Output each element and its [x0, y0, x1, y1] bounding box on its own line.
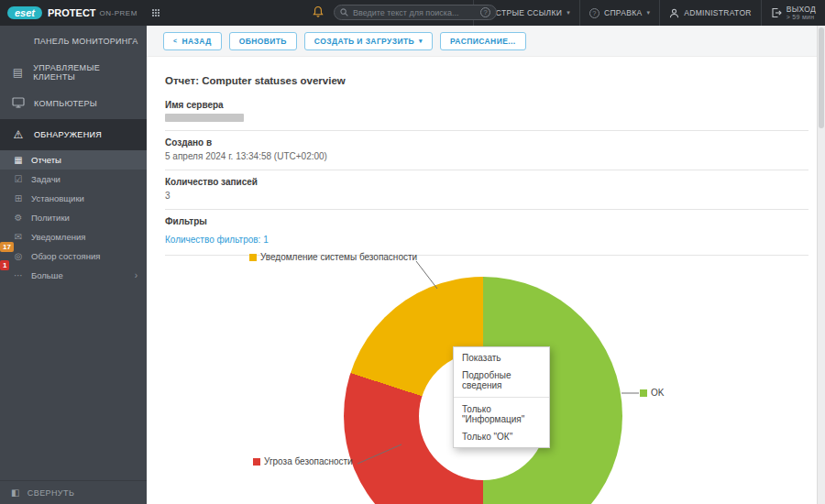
notifications-bell-button[interactable] — [312, 5, 324, 23]
chevron-right-icon: › — [135, 270, 138, 280]
context-menu-item-show[interactable]: Показать — [454, 349, 549, 367]
back-button[interactable]: < НАЗАД — [163, 32, 222, 50]
legend-swatch-yellow — [249, 254, 257, 261]
sidebar-item-computers[interactable]: КОМПЬЮТЕРЫ — [0, 88, 147, 119]
sidebar-item-managed-clients[interactable]: ▤ УПРАВЛЯЕМЫЕ КЛИЕНТЫ — [0, 57, 147, 88]
generate-download-button[interactable]: СОЗДАТЬ И ЗАГРУЗИТЬ ▾ — [304, 32, 433, 50]
sidebar-item-label: Политики — [31, 213, 70, 223]
sidebar-item-tasks[interactable]: ☑ Задачи — [0, 170, 147, 189]
computer-icon — [11, 97, 26, 110]
search-help-icon[interactable]: ? — [480, 7, 490, 17]
managed-clients-icon: ▤ — [11, 67, 25, 78]
generate-download-label: СОЗДАТЬ И ЗАГРУЗИТЬ — [314, 37, 414, 46]
main-content: < НАЗАД ОБНОВИТЬ СОЗДАТЬ И ЗАГРУЗИТЬ ▾ Р… — [147, 26, 825, 504]
sidebar-item-dashboard[interactable]: ПАНЕЛЬ МОНИТОРИНГА — [0, 26, 147, 57]
collapse-icon: ◧ — [11, 488, 20, 498]
sidebar-item-label: Больше — [31, 270, 63, 280]
schedule-button[interactable]: РАСПИСАНИЕ... — [440, 32, 525, 50]
policies-gear-icon: ⚙ — [13, 214, 24, 223]
collapse-sidebar-button[interactable]: ◧ СВЕРНУТЬ — [0, 480, 147, 504]
product-name: PROTECT — [48, 7, 96, 18]
eset-protect-console: eset PROTECT ON-PREM ? БЫСТРЫЕ ССЫЛКИ ▾ — [0, 0, 825, 504]
session-timeout: > 59 мин — [786, 14, 816, 21]
chevron-down-icon: ▾ — [646, 9, 650, 16]
toolbar: < НАЗАД ОБНОВИТЬ СОЗДАТЬ И ЗАГРУЗИТЬ ▾ Р… — [147, 26, 825, 57]
sidebar-item-label: Установщики — [31, 193, 84, 203]
legend-swatch-red — [253, 458, 260, 466]
field-label: Количество записей — [165, 177, 808, 187]
user-name: ADMINISTRATOR — [684, 8, 751, 17]
sidebar: ПАНЕЛЬ МОНИТОРИНГА ▤ УПРАВЛЯЕМЫЕ КЛИЕНТЫ… — [0, 26, 147, 504]
chart-label-security-notification: Уведомление системы безопасности — [249, 252, 417, 262]
chevron-down-icon: ▾ — [419, 38, 423, 45]
status-overview-icon: ◎ — [13, 252, 24, 261]
bell-icon — [312, 5, 324, 19]
server-name-redacted — [165, 114, 244, 122]
status-badge-warning[interactable]: 17 — [0, 242, 14, 252]
context-menu-item-only-ok[interactable]: Только "ОК" — [454, 428, 549, 445]
legend-swatch-green — [640, 389, 647, 397]
logout-text: ВЫХОД > 59 мин — [786, 5, 816, 22]
sidebar-item-label: Отчеты — [31, 155, 61, 165]
collapse-label: СВЕРНУТЬ — [28, 488, 74, 498]
page-title: Отчет: Computer statuses overview — [165, 75, 807, 86]
chart-label-text: OK — [651, 388, 664, 398]
notifications-icon: ✉ — [13, 233, 24, 242]
field-value: 5 апреля 2024 г. 13:34:58 (UTC+02:00) — [165, 151, 808, 161]
sidebar-item-label: ОБНАРУЖЕНИЯ — [34, 130, 102, 139]
chart-label-ok: OK — [640, 388, 664, 398]
field-row-created-at: Создано в 5 апреля 2024 г. 13:34:58 (UTC… — [165, 131, 808, 170]
sidebar-item-label: УПРАВЛЯЕМЫЕ КЛИЕНТЫ — [33, 63, 139, 82]
sidebar-item-policies[interactable]: ⚙ Политики — [0, 208, 147, 227]
help-label: СПРАВКА — [604, 8, 642, 17]
schedule-label: РАСПИСАНИЕ... — [450, 37, 515, 46]
context-menu-item-only-information[interactable]: Только "Информация" — [454, 400, 549, 428]
context-menu-item-details[interactable]: Подробные сведения — [454, 367, 549, 394]
top-header: eset PROTECT ON-PREM ? БЫСТРЫЕ ССЫЛКИ ▾ — [0, 0, 825, 26]
chart-label-text: Угроза безопасности — [264, 456, 353, 466]
sidebar-item-more[interactable]: ⋯ Больше › — [0, 266, 147, 285]
search-input[interactable] — [353, 8, 476, 17]
field-row-server-name: Имя сервера — [165, 93, 808, 131]
reports-icon: ▦ — [13, 156, 24, 165]
eset-logo: eset — [7, 6, 42, 19]
sidebar-item-label: Уведомления — [31, 232, 85, 242]
field-label: Создано в — [165, 137, 808, 148]
sidebar-item-status-overview[interactable]: ◎ Обзор состояния — [0, 247, 147, 266]
logout-label: ВЫХОД — [786, 5, 816, 14]
chart-label-text: Уведомление системы безопасности — [260, 252, 417, 262]
sidebar-item-detections[interactable]: ⚠ ОБНАРУЖЕНИЯ — [0, 119, 147, 150]
sidebar-item-notifications[interactable]: ✉ Уведомления — [0, 227, 147, 247]
app-grid-icon[interactable] — [152, 9, 154, 11]
sidebar-item-label: ПАНЕЛЬ МОНИТОРИНГА — [34, 37, 138, 46]
status-badge-error[interactable]: 1 — [0, 260, 9, 270]
brand: eset PROTECT ON-PREM — [7, 6, 138, 19]
sidebar-item-label: Задачи — [31, 174, 60, 184]
help-icon: ? — [589, 8, 600, 18]
help-menu[interactable]: ? СПРАВКА ▾ — [579, 0, 659, 26]
refresh-button[interactable]: ОБНОВИТЬ — [229, 32, 297, 50]
scrollbar-track[interactable] — [817, 26, 825, 504]
chevron-down-icon: ▾ — [566, 9, 570, 16]
field-value: 3 — [165, 191, 808, 201]
field-label: Фильтры — [165, 216, 808, 226]
logout-icon — [771, 7, 782, 18]
logout-button[interactable]: ВЫХОД > 59 мин — [761, 0, 825, 26]
installers-icon: ⊞ — [13, 194, 24, 203]
context-menu: Показать Подробные сведения Только "Инфо… — [453, 346, 550, 448]
chart-label-security-threat: Угроза безопасности — [253, 456, 353, 466]
sidebar-item-label: Обзор состояния — [31, 251, 100, 261]
warning-triangle-icon: ⚠ — [11, 129, 26, 140]
chevron-left-icon: < — [173, 38, 178, 44]
search-icon — [340, 8, 348, 16]
user-menu[interactable]: ADMINISTRATOR — [659, 0, 760, 26]
menu-divider — [454, 397, 549, 398]
scrollbar-thumb[interactable] — [819, 27, 824, 128]
sidebar-item-reports[interactable]: ▦ Отчеты — [0, 150, 147, 170]
product-edition: ON-PREM — [100, 9, 138, 17]
filters-count-link[interactable]: Количество фильтров: 1 — [165, 235, 269, 245]
user-icon — [669, 8, 679, 18]
sidebar-item-label: КОМПЬЮТЕРЫ — [34, 99, 97, 108]
sidebar-item-installers[interactable]: ⊞ Установщики — [0, 189, 147, 208]
report-details: Отчет: Computer statuses overview Имя се… — [147, 57, 825, 256]
